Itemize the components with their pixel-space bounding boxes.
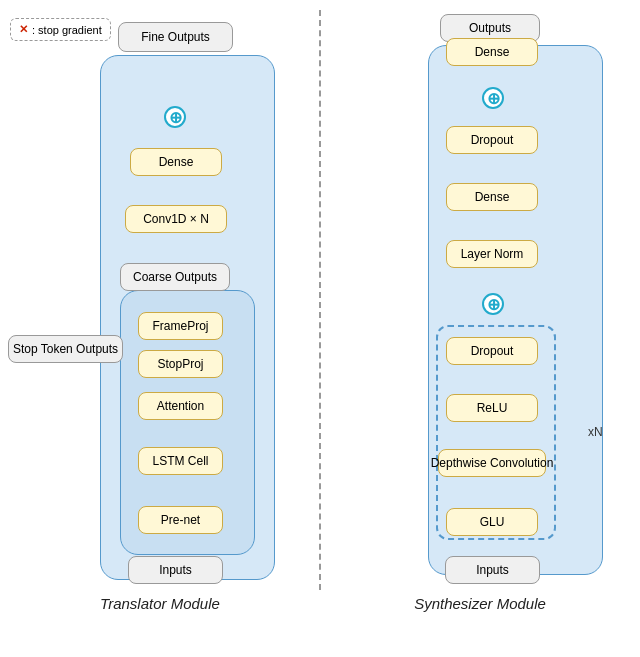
coarse-outputs-box: Coarse Outputs <box>120 263 230 291</box>
add-circle-synth-top: ⊕ <box>482 87 504 109</box>
stopproj-node: StopProj <box>138 350 223 378</box>
diagram-area: ✕ : stop gradient ✕ ✕ <box>0 0 640 620</box>
legend-text: : stop gradient <box>32 24 102 36</box>
pre-net-node: Pre-net <box>138 506 223 534</box>
add-circle-synth-mid: ⊕ <box>482 293 504 315</box>
synthesizer-label: Synthesizer Module <box>320 595 640 616</box>
relu-node: ReLU <box>446 394 538 422</box>
lstm-cell-node: LSTM Cell <box>138 447 223 475</box>
module-labels: Translator Module Synthesizer Module <box>0 595 640 616</box>
frameproj-node: FrameProj <box>138 312 223 340</box>
add-circle-translator: ⊕ <box>164 106 186 128</box>
layer-norm-node: Layer Norm <box>446 240 538 268</box>
dense-synth-top-node: Dense <box>446 38 538 66</box>
depthwise-conv-node: Depthwise Convolution <box>438 449 546 477</box>
xn-label: xN <box>588 425 603 439</box>
stop-gradient-symbol: ✕ <box>19 23 28 36</box>
fine-outputs-box: Fine Outputs <box>118 22 233 52</box>
dropout-top-node: Dropout <box>446 126 538 154</box>
synthesizer-input-box: Inputs <box>445 556 540 584</box>
glu-node: GLU <box>446 508 538 536</box>
legend: ✕ : stop gradient <box>10 18 111 41</box>
translator-label: Translator Module <box>0 595 320 616</box>
translator-input-box: Inputs <box>128 556 223 584</box>
attention-node: Attention <box>138 392 223 420</box>
dense-synth-mid-node: Dense <box>446 183 538 211</box>
module-divider <box>319 10 321 590</box>
stop-token-outputs-box: Stop Token Outputs <box>8 335 123 363</box>
dropout-inner-node: Dropout <box>446 337 538 365</box>
conv1d-node: Conv1D × N <box>125 205 227 233</box>
dense-translator-node: Dense <box>130 148 222 176</box>
